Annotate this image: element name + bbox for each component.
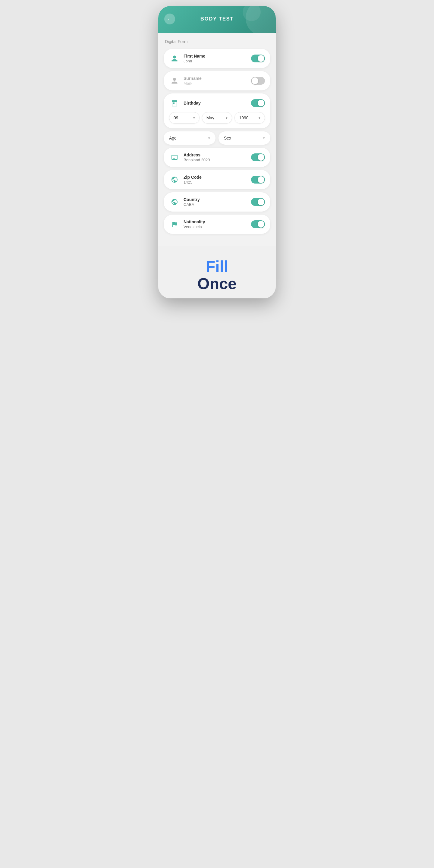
toggle-knob-address [258,154,264,161]
calendar-icon [169,98,180,108]
toggle-knob-birthday [258,100,264,106]
nationality-value: Venezuela [184,224,251,229]
zip-code-toggle[interactable] [251,176,265,184]
person-icon-surname [169,75,180,86]
day-arrow-icon: ▾ [193,116,195,120]
zip-code-text: Zip Code 1425 [184,175,251,184]
nationality-label: Nationality [184,219,251,224]
month-dropdown[interactable]: May ▾ [202,112,232,124]
sex-dropdown[interactable]: Sex ▾ [218,131,270,145]
year-arrow-icon: ▾ [258,116,260,120]
age-dropdown[interactable]: Age ▾ [164,131,216,145]
address-label: Address [184,153,251,157]
toggle-knob-surname [252,78,258,84]
first-name-label: First Name [184,54,251,59]
month-value: May [207,116,214,120]
country-toggle[interactable] [251,198,265,206]
back-button[interactable]: ← [164,13,175,24]
fill-once-section: Fill Once [158,246,276,299]
card-icon [169,152,180,163]
toggle-knob-country [258,198,264,205]
year-dropdown[interactable]: 1990 ▾ [235,112,265,124]
fill-text: Fill [164,258,270,275]
surname-field: Surname Mark [164,71,270,90]
country-field: Country CABA [164,192,270,212]
first-name-toggle[interactable] [251,55,265,62]
surname-label: Surname [184,76,251,81]
person-icon [169,53,180,64]
toggle-knob-zip [258,176,264,183]
age-arrow-icon: ▾ [208,136,210,140]
surname-text: Surname Mark [184,76,251,86]
country-value: CABA [184,202,251,207]
birthday-section: Birthday 09 ▾ May ▾ 1990 ▾ [164,93,270,128]
address-value: Bonpland 2029 [184,158,251,162]
surname-toggle[interactable] [251,77,265,85]
globe-icon-country [169,196,180,207]
first-name-field: First Name John [164,49,270,68]
birthday-toggle[interactable] [251,99,265,107]
nationality-text: Nationality Venezuela [184,219,251,229]
day-value: 09 [174,116,179,120]
sex-label: Sex [224,135,231,141]
birthday-label: Birthday [184,101,251,105]
address-toggle[interactable] [251,153,265,161]
birthday-dropdowns: 09 ▾ May ▾ 1990 ▾ [169,112,265,124]
month-arrow-icon: ▾ [226,116,227,120]
zip-code-label: Zip Code [184,175,251,180]
address-text: Address Bonpland 2029 [184,153,251,162]
nationality-field: Nationality Venezuela [164,215,270,234]
day-dropdown[interactable]: 09 ▾ [169,112,199,124]
app-header: ← BODY TEST [158,6,276,33]
address-field: Address Bonpland 2029 [164,148,270,167]
first-name-text: First Name John [184,54,251,63]
section-label: Digital Form [164,39,270,44]
content-area: Digital Form First Name John [158,33,276,246]
toggle-knob-nationality [258,221,264,227]
surname-value: Mark [184,81,251,86]
phone-frame: ← BODY TEST Digital Form First Name John [158,6,276,299]
once-text: Once [164,275,270,292]
header-title: BODY TEST [200,16,234,22]
globe-icon-zip [169,174,180,185]
age-label: Age [169,135,177,141]
zip-code-field: Zip Code 1425 [164,170,270,189]
toggle-knob [258,55,264,62]
age-sex-row: Age ▾ Sex ▾ [164,131,270,145]
first-name-value: John [184,59,251,63]
country-text: Country CABA [184,197,251,207]
nationality-toggle[interactable] [251,220,265,228]
year-value: 1990 [239,116,248,120]
back-arrow-icon: ← [167,16,173,22]
zip-code-value: 1425 [184,180,251,184]
birthday-header: Birthday [169,98,265,108]
flag-icon [169,219,180,230]
country-label: Country [184,197,251,202]
sex-arrow-icon: ▾ [263,136,265,140]
